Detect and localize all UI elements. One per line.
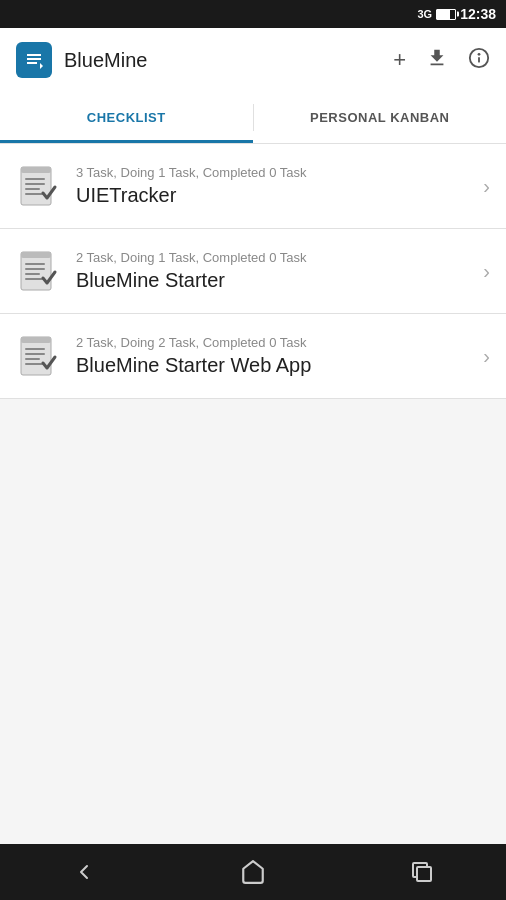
status-bar: 3G 12:38 bbox=[0, 0, 506, 28]
checklist-icon-3 bbox=[16, 334, 60, 378]
nav-back-button[interactable] bbox=[72, 860, 96, 884]
item-text-3: 2 Task, Doing 2 Task, Completed 0 Task B… bbox=[76, 335, 475, 377]
battery-icon bbox=[436, 9, 456, 20]
svg-rect-18 bbox=[25, 268, 45, 270]
item-text-2: 2 Task, Doing 1 Task, Completed 0 Task B… bbox=[76, 250, 475, 292]
checklist-icon-1 bbox=[16, 164, 60, 208]
list-item[interactable]: 2 Task, Doing 1 Task, Completed 0 Task B… bbox=[0, 229, 506, 314]
app-logo bbox=[23, 49, 45, 71]
chevron-icon-2: › bbox=[483, 260, 490, 283]
chevron-icon-1: › bbox=[483, 175, 490, 198]
chevron-icon-3: › bbox=[483, 345, 490, 368]
svg-rect-13 bbox=[25, 188, 40, 190]
svg-rect-17 bbox=[25, 263, 45, 265]
nav-home-button[interactable] bbox=[240, 859, 266, 885]
nav-bar bbox=[0, 844, 506, 900]
info-button[interactable] bbox=[468, 47, 490, 73]
signal-indicator: 3G bbox=[418, 8, 433, 20]
svg-rect-3 bbox=[27, 62, 37, 64]
svg-rect-20 bbox=[25, 278, 43, 280]
nav-recent-button[interactable] bbox=[410, 860, 434, 884]
battery-fill bbox=[437, 10, 450, 19]
svg-rect-16 bbox=[21, 252, 51, 258]
download-button[interactable] bbox=[426, 47, 448, 73]
svg-rect-10 bbox=[21, 167, 51, 173]
svg-rect-22 bbox=[21, 337, 51, 343]
svg-rect-11 bbox=[25, 178, 45, 180]
tab-personal-kanban[interactable]: PERSONAL KANBAN bbox=[254, 92, 507, 143]
svg-rect-2 bbox=[27, 58, 41, 60]
item-text-1: 3 Task, Doing 1 Task, Completed 0 Task U… bbox=[76, 165, 475, 207]
svg-rect-1 bbox=[27, 54, 41, 56]
svg-rect-26 bbox=[25, 363, 43, 365]
svg-rect-24 bbox=[25, 353, 45, 355]
tab-checklist[interactable]: CHECKLIST bbox=[0, 92, 253, 143]
item-title-2: BlueMine Starter bbox=[76, 269, 475, 292]
svg-rect-19 bbox=[25, 273, 40, 275]
clock: 12:38 bbox=[460, 6, 496, 22]
svg-rect-28 bbox=[417, 867, 431, 881]
item-subtitle-3: 2 Task, Doing 2 Task, Completed 0 Task bbox=[76, 335, 475, 350]
svg-rect-12 bbox=[25, 183, 45, 185]
item-subtitle-2: 2 Task, Doing 1 Task, Completed 0 Task bbox=[76, 250, 475, 265]
app-icon bbox=[16, 42, 52, 78]
main-content: 3 Task, Doing 1 Task, Completed 0 Task U… bbox=[0, 144, 506, 844]
list-container: 3 Task, Doing 1 Task, Completed 0 Task U… bbox=[0, 144, 506, 399]
status-icons: 3G 12:38 bbox=[418, 6, 497, 22]
list-item[interactable]: 3 Task, Doing 1 Task, Completed 0 Task U… bbox=[0, 144, 506, 229]
item-title-3: BlueMine Starter Web App bbox=[76, 354, 475, 377]
svg-rect-23 bbox=[25, 348, 45, 350]
svg-rect-25 bbox=[25, 358, 40, 360]
svg-rect-14 bbox=[25, 193, 43, 195]
app-title: BlueMine bbox=[64, 49, 393, 72]
checklist-icon-2 bbox=[16, 249, 60, 293]
app-bar: BlueMine + bbox=[0, 28, 506, 92]
item-title-1: UIETracker bbox=[76, 184, 475, 207]
tab-bar: CHECKLIST PERSONAL KANBAN bbox=[0, 92, 506, 144]
item-subtitle-1: 3 Task, Doing 1 Task, Completed 0 Task bbox=[76, 165, 475, 180]
add-button[interactable]: + bbox=[393, 49, 406, 71]
list-item[interactable]: 2 Task, Doing 2 Task, Completed 0 Task B… bbox=[0, 314, 506, 399]
app-bar-actions: + bbox=[393, 47, 490, 73]
